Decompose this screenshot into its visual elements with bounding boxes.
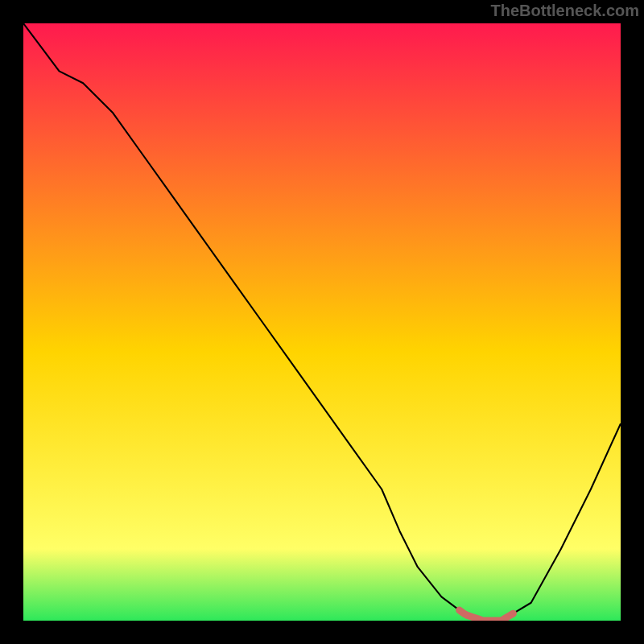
watermark-text: TheBottleneck.com xyxy=(491,2,639,20)
chart-frame: TheBottleneck.com xyxy=(0,0,644,644)
bottleneck-chart xyxy=(23,23,621,621)
plot-area xyxy=(23,23,621,621)
